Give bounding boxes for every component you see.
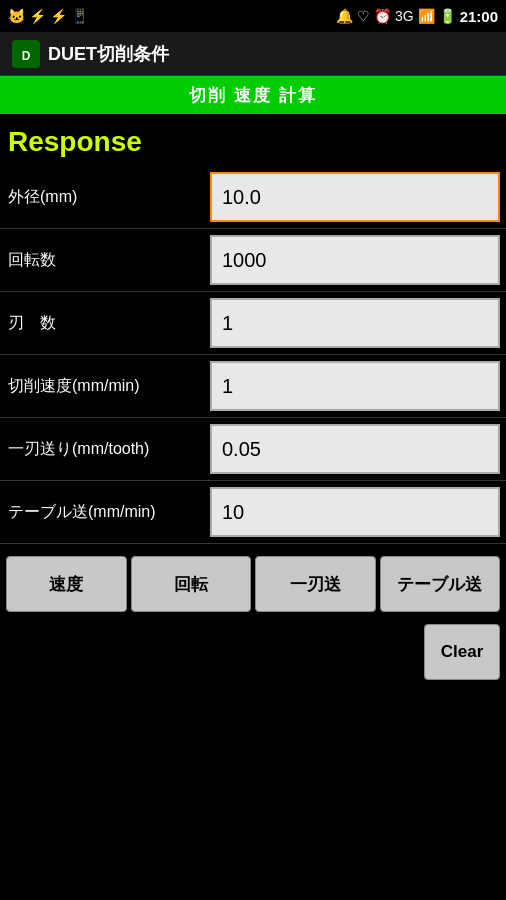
android-icon: 📱 xyxy=(71,8,88,24)
buttons-row: 速度回転一刃送テーブル送 xyxy=(0,548,506,620)
field-input-2[interactable] xyxy=(210,298,500,348)
usb-icon-2: ⚡ xyxy=(50,8,67,24)
field-label-2: 刃 数 xyxy=(0,305,210,342)
field-label-4: 一刃送り(mm/tooth) xyxy=(0,431,210,468)
status-time: 21:00 xyxy=(460,8,498,25)
calc-button-1[interactable]: 回転 xyxy=(131,556,252,612)
clock-icon: ⏰ xyxy=(374,8,391,24)
battery-icon: 🔋 xyxy=(439,8,456,24)
clear-row: Clear xyxy=(0,620,506,684)
clear-button[interactable]: Clear xyxy=(424,624,500,680)
field-row: 切削速度(mm/min) xyxy=(0,355,506,418)
calc-button-0[interactable]: 速度 xyxy=(6,556,127,612)
field-input-5[interactable] xyxy=(210,487,500,537)
field-label-5: テーブル送(mm/min) xyxy=(0,494,210,531)
response-label: Response xyxy=(0,122,506,166)
field-input-3[interactable] xyxy=(210,361,500,411)
field-row: テーブル送(mm/min) xyxy=(0,481,506,544)
svg-text:D: D xyxy=(22,49,31,63)
heart-icon: ♡ xyxy=(357,8,370,24)
field-input-4[interactable] xyxy=(210,424,500,474)
field-label-0: 外径(mm) xyxy=(0,179,210,216)
field-row: 回転数 xyxy=(0,229,506,292)
field-label-3: 切削速度(mm/min) xyxy=(0,368,210,405)
field-row: 一刃送り(mm/tooth) xyxy=(0,418,506,481)
cat-icon: 🐱 xyxy=(8,8,25,24)
green-header-title: 切削 速度 計算 xyxy=(189,84,316,107)
field-input-1[interactable] xyxy=(210,235,500,285)
app-title: DUET切削条件 xyxy=(48,42,169,66)
status-left-icons: 🐱 ⚡ ⚡ 📱 xyxy=(8,8,88,24)
status-right-icons: 🔔 ♡ ⏰ 3G 📶 🔋 21:00 xyxy=(336,8,498,25)
title-bar: D DUET切削条件 xyxy=(0,32,506,76)
calc-button-2[interactable]: 一刃送 xyxy=(255,556,376,612)
field-row: 外径(mm) xyxy=(0,166,506,229)
fields-container: 外径(mm)回転数刃 数切削速度(mm/min)一刃送り(mm/tooth)テー… xyxy=(0,166,506,544)
usb-icon-1: ⚡ xyxy=(29,8,46,24)
calc-button-3[interactable]: テーブル送 xyxy=(380,556,501,612)
field-input-0[interactable] xyxy=(210,172,500,222)
main-content: Response 外径(mm)回転数刃 数切削速度(mm/min)一刃送り(mm… xyxy=(0,114,506,692)
status-bar: 🐱 ⚡ ⚡ 📱 🔔 ♡ ⏰ 3G 📶 🔋 21:00 xyxy=(0,0,506,32)
notification-icon: 🔔 xyxy=(336,8,353,24)
signal-bars: 📶 xyxy=(418,8,435,24)
signal-label: 3G xyxy=(395,8,414,24)
field-label-1: 回転数 xyxy=(0,242,210,279)
field-row: 刃 数 xyxy=(0,292,506,355)
app-icon: D xyxy=(12,40,40,68)
green-header: 切削 速度 計算 xyxy=(0,76,506,114)
